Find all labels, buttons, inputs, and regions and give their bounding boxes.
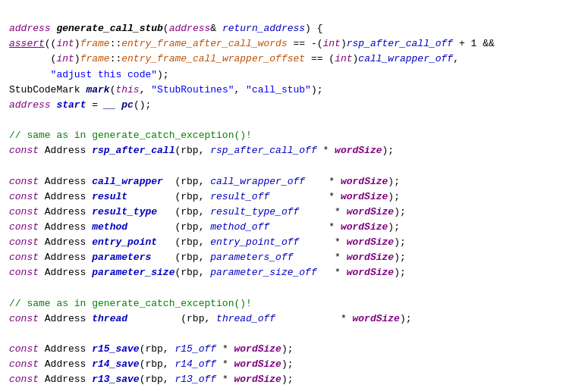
comment-2: // same as in generate_catch_exception()… <box>9 298 252 309</box>
keyword-address: address <box>9 23 51 34</box>
func-name: generate_call_stub <box>56 23 162 34</box>
comment-1: // same as in generate_catch_exception()… <box>9 130 252 141</box>
code-block: address generate_call_stub(address& retu… <box>9 6 579 388</box>
string-adjust: "adjust this code" <box>51 69 157 80</box>
assert-keyword: assert <box>9 38 45 49</box>
